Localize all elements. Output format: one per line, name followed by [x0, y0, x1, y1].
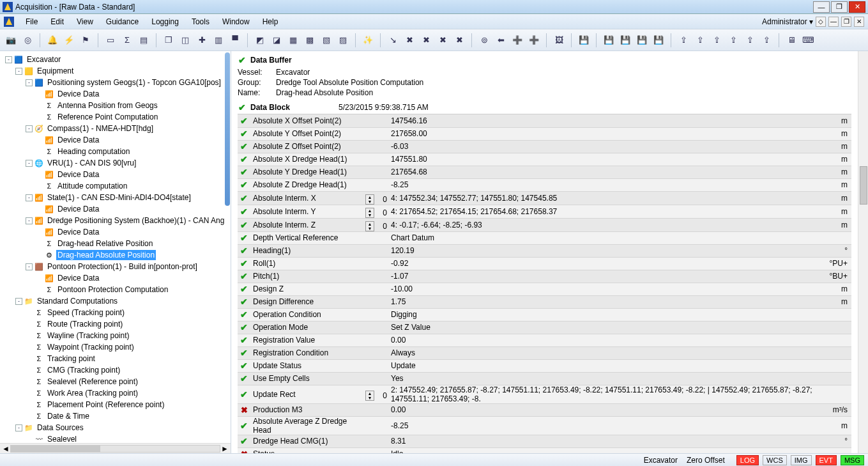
export2-icon[interactable]: ⇪ [693, 33, 707, 47]
table-row[interactable]: ✔Dredge Head CMG(1)8.31° [238, 435, 851, 447]
tree-node[interactable]: -🟫Pontoon Protection(1) - Build in[ponto… [3, 261, 231, 272]
table-row[interactable]: ✔Registration Value0.00 [238, 334, 851, 346]
table-row[interactable]: ✔Absolute X Offset Point(2)147546.16m [238, 114, 851, 127]
window-icon[interactable]: ❐ [162, 33, 176, 47]
tree-node[interactable]: ΣRoute (Tracking point) [3, 318, 231, 330]
tree-node[interactable]: -📶State(1) - CAN ESD-Mini-ADI4-DO4[state… [3, 192, 231, 203]
tree-node[interactable]: ΣReference Point Computation [3, 111, 231, 123]
table-row[interactable]: ✔Depth Vertical ReferenceChart Datum [238, 231, 851, 244]
export4-icon[interactable]: ⇪ [726, 33, 740, 47]
tree-node[interactable]: ΣWork Area (Tracking point) [3, 387, 231, 399]
tree-node[interactable]: ΣDate & Time [3, 410, 231, 422]
table-row[interactable]: ✔Absolute Interm. Z▲▼04: -0.17; -6.64; -… [238, 218, 851, 231]
sheet-icon[interactable]: ▤ [137, 33, 151, 47]
tree-node[interactable]: -🌐VRU(1) - CAN DIS 90[vru] [3, 157, 231, 169]
xorange-icon[interactable]: ✖ [436, 33, 450, 47]
tile2-icon[interactable]: ◪ [270, 33, 284, 47]
disk-accept-icon[interactable]: 💾 [635, 33, 649, 47]
child-minimize-button[interactable]: — [828, 17, 839, 27]
child-close-button[interactable]: ✕ [854, 17, 864, 27]
camera-icon[interactable]: 📷 [4, 33, 18, 47]
menu-guidance[interactable]: Guidance [101, 15, 144, 28]
tree-node[interactable]: 📶Device Data [3, 272, 231, 284]
card-icon[interactable]: ▭ [103, 33, 118, 47]
table-row[interactable]: ✔Absolute Z Dredge Head(1)-8.25m [238, 178, 851, 191]
tile4-icon[interactable]: ▩ [303, 33, 317, 47]
expander-icon[interactable]: - [26, 125, 33, 132]
panes-icon[interactable]: ◫ [178, 33, 192, 47]
table-row[interactable]: ✔Heading(1)120.19° [238, 244, 851, 257]
row-spinner[interactable]: ▲▼0 [360, 385, 388, 403]
tree-hscroll[interactable]: ◄ ► [0, 443, 231, 453]
menu-edit[interactable]: Edit [45, 15, 69, 28]
expander-icon[interactable]: - [26, 79, 33, 86]
expander-icon[interactable]: - [26, 217, 33, 224]
tree-node[interactable]: 〰Sealevel [3, 433, 231, 443]
menu-file[interactable]: File [20, 15, 43, 28]
table-row[interactable]: ✔Design Difference1.75m [238, 295, 851, 308]
table-row[interactable]: ✔Operation ConditionDigging [238, 308, 851, 321]
vbar-icon[interactable]: ▥ [211, 33, 225, 47]
expander-icon[interactable]: - [15, 68, 22, 75]
expander-icon[interactable]: - [26, 263, 33, 270]
tree-node[interactable]: ΣDrag-head Relative Position [3, 238, 231, 249]
table-row[interactable]: ✔Use Empty CellsYes [238, 372, 851, 385]
export6-icon[interactable]: ⇪ [759, 33, 773, 47]
export1-icon[interactable]: ⇪ [676, 33, 690, 47]
menu-help[interactable]: Help [257, 15, 284, 28]
sigma-icon[interactable]: Σ [120, 33, 134, 47]
hbar-icon[interactable]: ▀ [228, 33, 242, 47]
target-icon[interactable]: ◎ [20, 33, 34, 47]
save-icon[interactable]: 💾 [577, 33, 591, 47]
table-row[interactable]: ✔Design Z-10.00m [238, 283, 851, 295]
tree-node[interactable]: ⚙Drag-head Absolute Position [3, 249, 231, 261]
xred2-icon[interactable]: ✖ [452, 33, 466, 47]
pic-icon[interactable]: 🖼 [552, 33, 566, 47]
tree-node[interactable]: ΣWayline (Tracking point) [3, 330, 231, 341]
plusorange-icon[interactable]: ➕ [527, 33, 541, 47]
expander-icon[interactable]: - [15, 298, 22, 305]
tree-node[interactable]: ΣSpeed (Tracking point) [3, 307, 231, 318]
menu-logging[interactable]: Logging [146, 15, 184, 28]
tree-node[interactable]: 📶Device Data [3, 203, 231, 215]
tree-node[interactable]: 📶Device Data [3, 88, 231, 100]
tree-node[interactable]: ΣHeading computation [3, 146, 231, 157]
table-row[interactable]: ✖StatusIdle [238, 447, 851, 453]
table-row[interactable]: ✔Registration ConditionAlways [238, 346, 851, 359]
child-restore-button[interactable]: ❐ [841, 17, 851, 27]
plusleft-icon[interactable]: ⬅ [494, 33, 508, 47]
tree-node[interactable]: -🟨Equipment [3, 65, 231, 77]
tree-node[interactable]: ΣCMG (Tracking point) [3, 364, 231, 376]
table-row[interactable]: ✔Absolute Average Z Dredge Head-8.25m [238, 416, 851, 435]
paneadd-icon[interactable]: ✚ [195, 33, 209, 47]
row-spinner[interactable]: ▲▼0 [360, 205, 388, 218]
status-tag-img[interactable]: IMG [791, 455, 812, 465]
table-row[interactable]: ✔Update StatusUpdate [238, 359, 851, 372]
tree-node[interactable]: -🧭Compass(1) - NMEA-HDT[hdg] [3, 123, 231, 134]
tile6-icon[interactable]: ▨ [336, 33, 350, 47]
table-row[interactable]: ✔Absolute Y Offset Point(2)217658.00m [238, 127, 851, 140]
tree-node[interactable]: -📁Standard Computations [3, 295, 231, 307]
tree-node[interactable]: -🟦Positioning system Geogs(1) - Topcon G… [3, 77, 231, 88]
minimize-button[interactable]: — [813, 1, 830, 13]
maximize-button[interactable]: ❐ [831, 1, 848, 13]
tree-node[interactable]: -📶Dredge Positioning System (Backhoe)(1)… [3, 215, 231, 226]
tile3-icon[interactable]: ▦ [286, 33, 300, 47]
tree-node[interactable]: ΣWaypoint (Tracking point) [3, 341, 231, 353]
tree-node[interactable]: ΣPontoon Protection Computation [3, 284, 231, 295]
table-row[interactable]: ✔Operation ModeSet Z Value [238, 321, 851, 334]
status-tag-log[interactable]: LOG [736, 455, 759, 465]
expander-icon[interactable]: - [5, 56, 12, 63]
bolt-icon[interactable]: ⚡ [62, 33, 76, 47]
wand-icon[interactable]: ✨ [361, 33, 375, 47]
expander-icon[interactable]: - [26, 194, 33, 201]
tile5-icon[interactable]: ▧ [319, 33, 333, 47]
life-ring-icon[interactable]: ⊚ [477, 33, 491, 47]
disk-green-icon[interactable]: 💾 [602, 33, 616, 47]
user-label[interactable]: Administrator ▾ [762, 17, 813, 26]
menu-view[interactable]: View [72, 15, 98, 28]
arrow-red-icon[interactable]: ↘ [386, 33, 400, 47]
tree-node[interactable]: 📶Device Data [3, 169, 231, 180]
flag-icon[interactable]: ⚑ [79, 33, 93, 47]
tree-node[interactable]: ΣPlacement Point (Reference point) [3, 399, 231, 410]
